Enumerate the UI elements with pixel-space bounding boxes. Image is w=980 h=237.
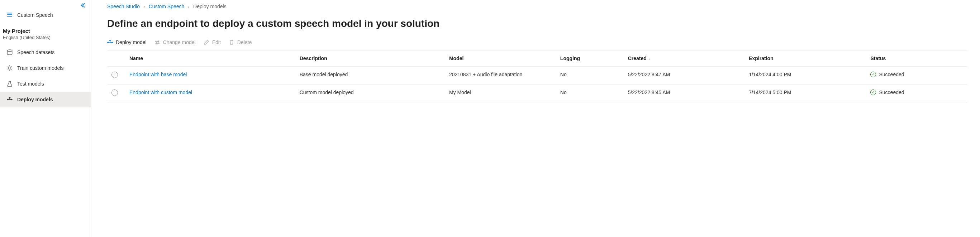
main-content: Speech Studio › Custom Speech › Deploy m… <box>91 0 980 237</box>
swap-icon <box>154 40 160 45</box>
endpoint-name-link[interactable]: Endpoint with base model <box>129 72 187 77</box>
cell-description: Custom model deployed <box>295 84 445 103</box>
sidebar: Custom Speech My Project English (United… <box>0 0 91 237</box>
breadcrumb: Speech Studio › Custom Speech › Deploy m… <box>107 3 967 9</box>
breadcrumb-current: Deploy models <box>193 3 226 9</box>
sidebar-item-label: Deploy models <box>17 97 53 103</box>
status-text: Succeeded <box>879 72 904 77</box>
svg-line-11 <box>8 70 8 70</box>
col-expiration[interactable]: Expiration <box>745 51 866 66</box>
edit-button[interactable]: Edit <box>204 40 221 45</box>
breadcrumb-link-speech-studio[interactable]: Speech Studio <box>107 3 140 9</box>
sidebar-project-heading: My Project <box>0 23 91 35</box>
svg-point-19 <box>108 42 108 43</box>
cell-description: Base model deployed <box>295 66 445 84</box>
cell-expiration: 7/14/2024 5:00 PM <box>745 84 866 103</box>
svg-point-15 <box>7 99 8 100</box>
chevron-right-icon: › <box>188 3 189 9</box>
delete-button[interactable]: Delete <box>229 40 251 45</box>
svg-point-4 <box>9 67 11 70</box>
cell-logging: No <box>556 84 624 103</box>
col-logging[interactable]: Logging <box>556 51 624 66</box>
svg-point-3 <box>7 50 12 52</box>
sidebar-item-label: Speech datasets <box>17 49 54 55</box>
toolbar: Deploy model Change model Edit <box>107 38 967 50</box>
list-icon <box>6 11 13 19</box>
cell-created: 5/22/2022 8:45 AM <box>624 84 745 103</box>
cell-model: 20210831 + Audio file adaptation <box>445 66 556 84</box>
collapse-sidebar-button[interactable] <box>80 2 86 9</box>
button-label: Change model <box>163 40 196 45</box>
delete-icon <box>229 40 234 45</box>
svg-point-16 <box>11 99 12 100</box>
success-icon: ✓ <box>870 72 876 77</box>
svg-line-12 <box>11 66 12 66</box>
cell-created: 5/22/2022 8:47 AM <box>624 66 745 84</box>
row-select-radio[interactable] <box>111 72 118 78</box>
button-label: Deploy model <box>116 40 146 45</box>
svg-point-20 <box>112 42 113 43</box>
sidebar-project-language: English (United States) <box>0 35 91 44</box>
sidebar-item-deploy-models[interactable]: Deploy models <box>0 92 91 107</box>
deploy-icon <box>107 40 113 45</box>
col-created[interactable]: Created↓ <box>624 51 745 66</box>
button-label: Edit <box>212 40 221 45</box>
col-select <box>107 51 125 66</box>
chevron-right-icon: › <box>143 3 145 9</box>
col-model[interactable]: Model <box>445 51 556 66</box>
cell-logging: No <box>556 66 624 84</box>
col-name[interactable]: Name <box>125 51 295 66</box>
svg-line-9 <box>8 66 8 66</box>
sidebar-top-custom-speech[interactable]: Custom Speech <box>0 7 91 23</box>
deploy-model-button[interactable]: Deploy model <box>107 40 146 45</box>
endpoint-name-link[interactable]: Endpoint with custom model <box>129 90 192 95</box>
success-icon: ✓ <box>870 90 876 95</box>
button-label: Delete <box>237 40 251 45</box>
sidebar-item-train-models[interactable]: Train custom models <box>0 60 91 76</box>
sidebar-item-label: Test models <box>17 81 44 87</box>
train-icon <box>6 65 13 71</box>
status-text: Succeeded <box>879 90 904 95</box>
change-model-button[interactable]: Change model <box>154 40 196 45</box>
breadcrumb-link-custom-speech[interactable]: Custom Speech <box>149 3 185 9</box>
page-title: Define an endpoint to deploy a custom sp… <box>107 18 967 29</box>
edit-icon <box>204 40 209 45</box>
table-row[interactable]: Endpoint with base model Base model depl… <box>107 66 967 84</box>
svg-line-10 <box>11 70 12 70</box>
sidebar-item-test-models[interactable]: Test models <box>0 76 91 92</box>
test-icon <box>6 81 13 87</box>
status-badge: ✓ Succeeded <box>870 90 963 95</box>
table-row[interactable]: Endpoint with custom model Custom model … <box>107 84 967 103</box>
deploy-icon <box>6 96 13 103</box>
col-status[interactable]: Status <box>866 51 967 66</box>
cell-model: My Model <box>445 84 556 103</box>
sidebar-item-label: Train custom models <box>17 65 64 71</box>
col-description[interactable]: Description <box>295 51 445 66</box>
cell-expiration: 1/14/2024 4:00 PM <box>745 66 866 84</box>
sort-desc-icon: ↓ <box>648 56 650 61</box>
sidebar-top-label: Custom Speech <box>17 12 53 18</box>
endpoints-table: Name Description Model Logging Created↓ … <box>107 50 967 103</box>
row-select-radio[interactable] <box>111 90 118 96</box>
datasets-icon <box>6 49 13 55</box>
sidebar-item-speech-datasets[interactable]: Speech datasets <box>0 44 91 60</box>
status-badge: ✓ Succeeded <box>870 72 963 77</box>
